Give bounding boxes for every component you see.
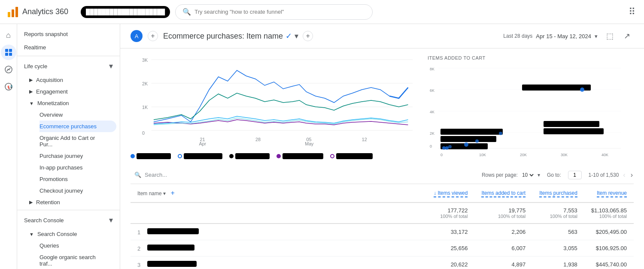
search-console-section[interactable]: Search Console ▾ — [17, 212, 120, 228]
legend-item-5 — [330, 153, 373, 159]
advertising-icon[interactable]: 📢 — [1, 79, 16, 94]
legend-dot-4 — [276, 154, 281, 158]
total-row: 177,722 100% of total 19,775 100% of tot… — [131, 203, 634, 224]
legend-label-4 — [283, 153, 323, 159]
goto-input[interactable] — [568, 171, 582, 179]
row-2-items-purchased: 3,055 — [532, 240, 584, 257]
svg-rect-42 — [440, 129, 503, 135]
rows-per-page-control: Rows per page: 10 25 50 ▾ — [482, 172, 540, 178]
date-range-value: Apr 15 - May 12, 2024 — [536, 33, 591, 39]
topbar: Analytics 360 ████████████████████ 🔍 ⠿ — [0, 0, 644, 24]
report-title: Ecommerce purchases: Item name ✓ ▾ + — [163, 31, 313, 41]
date-range[interactable]: Last 28 days Apr 15 - May 12, 2024 ▾ — [503, 33, 598, 39]
scatter-chart: ITEMS ADDED TO CART 8K 6K 4K 2K 0 0 10K … — [428, 55, 634, 159]
svg-text:4K: 4K — [430, 110, 434, 114]
sidebar-item-ecommerce-purchases[interactable]: Ecommerce purchases — [39, 121, 116, 132]
page-navigation: 1-10 of 1,530 ‹ › — [589, 170, 634, 180]
row-1-item-name[interactable] — [147, 228, 199, 234]
col-item-name-header[interactable]: Item name ▾ + — [131, 184, 427, 203]
row-2-item-revenue: $106,925.00 — [584, 240, 634, 257]
svg-text:20K: 20K — [520, 153, 527, 157]
table-row: 3 20,622 4,897 1,938 $445,740.00 — [131, 257, 634, 269]
svg-rect-0 — [8, 12, 10, 17]
col-items-viewed-header[interactable]: ↓ Items viewed — [427, 184, 474, 203]
account-chip[interactable]: ████████████████████ — [81, 6, 170, 18]
sidebar-item-checkout-journey[interactable]: Checkout journey — [39, 185, 116, 196]
svg-text:3K: 3K — [142, 58, 148, 63]
main-content: A + Ecommerce purchases: Item name ✓ ▾ +… — [120, 24, 644, 269]
svg-text:0: 0 — [430, 144, 432, 148]
topbar-right: ⠿ — [627, 7, 637, 17]
sidebar-item-reports-snapshot[interactable]: Reports snapshot — [17, 27, 116, 41]
svg-rect-53 — [544, 121, 599, 127]
add-dimension-icon[interactable]: + — [170, 189, 174, 196]
sidebar-item-acquisition[interactable]: ▶ Acquisition — [29, 74, 116, 86]
sort-arrow-icon: ↓ — [434, 190, 437, 196]
legend-dot-3 — [229, 154, 234, 158]
row-2-num-name: 2 — [131, 240, 427, 257]
sidebar-item-purchase-journey[interactable]: Purchase journey — [39, 150, 116, 162]
reports-icon[interactable] — [1, 45, 16, 60]
sidebar-item-organic-add[interactable]: Organic Add to Cart or Pur... — [39, 132, 116, 150]
sidebar-item-retention[interactable]: ▶ Retention — [29, 196, 116, 208]
sidebar-item-in-app-purchases[interactable]: In-app purchases — [39, 162, 116, 173]
svg-point-49 — [475, 139, 479, 143]
sidebar-item-promotions[interactable]: Promotions — [39, 173, 116, 185]
search-input[interactable] — [194, 9, 365, 15]
sort-icon: ▾ — [163, 190, 166, 196]
header-actions: ⬚ ↗ — [603, 29, 634, 43]
avatar-button[interactable]: A — [131, 30, 143, 42]
icon-rail: ⌂ 📢 — [0, 24, 17, 269]
svg-rect-41 — [440, 136, 496, 142]
report-header: A + Ecommerce purchases: Item name ✓ ▾ +… — [120, 24, 644, 48]
sidebar-item-search-console[interactable]: ▼ Search Console — [29, 228, 116, 240]
prev-page-button[interactable]: ‹ — [622, 170, 626, 180]
next-page-button[interactable]: › — [630, 170, 634, 180]
lifecycle-section[interactable]: Life cycle ▾ — [17, 58, 120, 74]
sidebar-item-google-organic[interactable]: Google organic search traf... — [39, 251, 116, 269]
svg-point-48 — [464, 142, 468, 147]
svg-text:8K: 8K — [430, 67, 434, 71]
legend-item-2 — [178, 153, 222, 159]
rows-per-page-select[interactable]: 10 25 50 — [520, 172, 535, 178]
export-icon[interactable]: ⬚ — [603, 29, 617, 43]
rows-chevron-icon: ▾ — [538, 172, 540, 178]
sidebar-item-engagement[interactable]: ▶ Engagement — [29, 86, 116, 97]
sidebar-item-overview[interactable]: Overview — [39, 109, 116, 121]
sidebar-item-queries[interactable]: Queries — [39, 240, 116, 251]
svg-text:May: May — [305, 142, 314, 146]
explore-icon[interactable] — [1, 62, 16, 77]
total-items-added: 19,775 100% of total — [474, 203, 532, 224]
add-comparison-button[interactable]: + — [148, 31, 158, 41]
col-item-revenue-header[interactable]: Item revenue — [584, 184, 634, 203]
svg-text:Apr: Apr — [199, 142, 206, 146]
search-bar[interactable]: 🔍 — [175, 4, 373, 20]
table-controls: Rows per page: 10 25 50 ▾ Go to: 1-10 of — [482, 170, 634, 180]
total-items-viewed: 177,722 100% of total — [427, 203, 474, 224]
svg-point-45 — [442, 146, 446, 150]
logo-area: Analytics 360 — [7, 6, 76, 18]
col-items-added-header[interactable]: Items added to cart — [474, 184, 532, 203]
line-chart-svg: 3K 2K 1K 0 21 Apr 28 05 May 12 — [131, 55, 417, 150]
sidebar-item-monetization[interactable]: ▼ Monetization — [29, 97, 116, 109]
add-metric-button[interactable]: + — [303, 31, 313, 41]
row-3-item-name[interactable] — [147, 261, 197, 267]
svg-text:10K: 10K — [479, 153, 486, 157]
svg-text:6K: 6K — [430, 88, 434, 93]
row-2-item-name[interactable] — [147, 245, 194, 251]
scatter-chart-svg: 8K 6K 4K 2K 0 0 10K 20K 30K 40K ITEMS VI… — [428, 64, 625, 158]
sidebar-item-realtime[interactable]: Realtime — [17, 41, 116, 54]
svg-rect-5 — [5, 53, 8, 56]
charts-area: 3K 2K 1K 0 21 Apr 28 05 May 12 — [120, 48, 644, 166]
check-icon: ✓ — [286, 31, 292, 41]
apps-grid-icon[interactable]: ⠿ — [627, 7, 637, 17]
table-row: 2 25,656 6,007 3,055 $106,925.00 — [131, 240, 634, 257]
home-icon[interactable]: ⌂ — [1, 27, 16, 43]
legend-dot-1 — [131, 154, 135, 158]
share-icon[interactable]: ↗ — [620, 29, 634, 43]
table-search[interactable]: 🔍 Search... — [131, 169, 171, 180]
col-items-purchased-header[interactable]: Items purchased — [532, 184, 584, 203]
svg-text:05: 05 — [306, 137, 311, 142]
title-chevron-icon[interactable]: ▾ — [295, 31, 298, 41]
row-3-num-name: 3 — [131, 257, 427, 269]
